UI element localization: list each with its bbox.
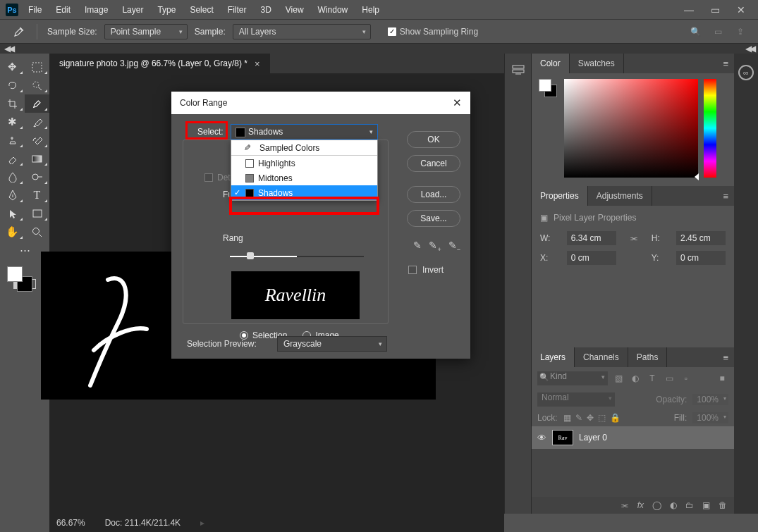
menu-image[interactable]: Image xyxy=(85,5,108,15)
search-icon[interactable]: 🔍 xyxy=(689,25,702,38)
eraser-tool[interactable] xyxy=(0,149,25,168)
delete-layer-icon[interactable]: 🗑 xyxy=(719,500,727,510)
y-input[interactable] xyxy=(676,251,726,265)
blur-tool[interactable] xyxy=(0,168,25,186)
menu-3d[interactable]: 3D xyxy=(260,5,271,15)
clone-stamp-tool[interactable] xyxy=(0,131,25,149)
layer-filter-kind[interactable]: Kind xyxy=(537,371,608,385)
filter-type-icon[interactable]: T xyxy=(646,373,659,383)
blend-mode-select[interactable]: Normal xyxy=(537,392,615,407)
hue-slider[interactable] xyxy=(704,79,716,178)
menu-filter[interactable]: Filter xyxy=(228,5,247,15)
tab-swatches[interactable]: Swatches xyxy=(570,54,624,73)
x-input[interactable] xyxy=(567,251,616,265)
window-restore-icon[interactable]: ▭ xyxy=(711,4,720,16)
tab-layers[interactable]: Layers xyxy=(532,347,575,367)
tab-paths[interactable]: Paths xyxy=(628,347,668,367)
eyedropper-sub-icon[interactable]: ✎− xyxy=(448,240,460,253)
link-layers-icon[interactable]: ⫘ xyxy=(621,500,629,510)
type-tool[interactable]: T xyxy=(25,186,49,204)
eyedropper-add-icon[interactable]: ✎+ xyxy=(429,240,441,253)
menu-help[interactable]: Help xyxy=(362,5,379,15)
sample-size-select[interactable]: Point Sample xyxy=(104,24,188,39)
cancel-button[interactable]: Cancel xyxy=(407,155,460,172)
save-button[interactable]: Save... xyxy=(407,210,460,227)
height-input[interactable] xyxy=(676,231,726,245)
eyedropper-tool[interactable] xyxy=(25,94,49,113)
color-field[interactable] xyxy=(564,79,698,178)
filter-image-icon[interactable]: ▧ xyxy=(612,373,625,383)
pen-tool[interactable] xyxy=(0,186,25,204)
tab-color[interactable]: Color xyxy=(532,54,570,73)
creative-cloud-icon[interactable]: ∞ xyxy=(738,65,754,80)
menu-layer[interactable]: Layer xyxy=(122,5,143,15)
move-tool[interactable]: ✥ xyxy=(0,58,25,76)
width-input[interactable] xyxy=(567,231,616,245)
menu-view[interactable]: View xyxy=(286,5,304,15)
menu-edit[interactable]: Edit xyxy=(56,5,71,15)
dialog-close-icon[interactable]: ✕ xyxy=(453,97,462,109)
crop-tool[interactable] xyxy=(0,94,25,113)
filter-smart-icon[interactable]: ▫ xyxy=(680,373,692,383)
collapse-left-icon[interactable]: ◀◀ xyxy=(4,44,13,54)
marquee-tool[interactable] xyxy=(25,58,49,76)
option-highlights[interactable]: Highlights xyxy=(231,156,377,171)
layer-group-icon[interactable]: 🗀 xyxy=(685,500,694,510)
menu-file[interactable]: File xyxy=(28,5,42,15)
window-minimize-icon[interactable]: — xyxy=(684,4,694,16)
option-sampled-colors[interactable]: Sampled Colors xyxy=(231,140,377,155)
status-chevron-icon[interactable]: ▸ xyxy=(200,518,204,528)
filter-toggle-icon[interactable]: ■ xyxy=(716,373,728,383)
shape-tool[interactable] xyxy=(25,204,49,223)
history-brush-tool[interactable] xyxy=(25,131,49,149)
zoom-readout[interactable]: 66.67% xyxy=(56,518,85,528)
select-dropdown[interactable]: Shadows xyxy=(231,124,378,140)
dialog-titlebar[interactable]: Color Range ✕ xyxy=(171,92,470,114)
show-sampling-ring-checkbox[interactable]: ✓ Show Sampling Ring xyxy=(388,27,478,37)
ok-button[interactable]: OK xyxy=(407,131,460,148)
new-layer-icon[interactable]: ▣ xyxy=(702,500,710,510)
doc-size-readout[interactable]: Doc: 211.4K/211.4K xyxy=(105,518,181,528)
workspace-icon[interactable]: ▭ xyxy=(711,25,724,38)
tab-channels[interactable]: Channels xyxy=(575,347,628,367)
lasso-tool[interactable] xyxy=(0,76,25,94)
healing-brush-tool[interactable]: ✱ xyxy=(0,113,25,131)
share-icon[interactable]: ⇪ xyxy=(734,25,747,38)
sample-select[interactable]: All Layers xyxy=(233,24,371,39)
range-slider[interactable] xyxy=(230,252,364,261)
brush-tool[interactable] xyxy=(25,113,49,131)
link-wh-icon[interactable]: ⫘ xyxy=(622,233,646,243)
document-tab[interactable]: signature photo 3.jpg @ 66.7% (Layer 0, … xyxy=(49,54,270,73)
quick-select-tool[interactable] xyxy=(25,76,49,94)
layer-mask-icon[interactable]: ◯ xyxy=(652,500,661,510)
adjustment-layer-icon[interactable]: ◐ xyxy=(670,500,677,510)
lock-icons[interactable]: ▦✎✥⬚🔒 xyxy=(563,413,625,423)
opacity-value[interactable]: 100% xyxy=(692,394,728,405)
history-panel-icon[interactable] xyxy=(510,62,527,79)
layer-name[interactable]: Layer 0 xyxy=(579,433,607,443)
zoom-tool[interactable] xyxy=(25,223,49,241)
invert-checkbox[interactable]: Invert xyxy=(408,265,444,275)
menu-window[interactable]: Window xyxy=(318,5,348,15)
panel-collapse-bar[interactable]: ◀◀ ◀◀ xyxy=(0,44,758,54)
load-button[interactable]: Load... xyxy=(407,186,460,203)
selection-preview-thumbnail[interactable]: Ravellin xyxy=(231,271,360,319)
panel-fgbg-swatch[interactable] xyxy=(539,79,558,99)
gradient-tool[interactable] xyxy=(25,149,49,168)
tab-close-icon[interactable]: × xyxy=(255,58,260,69)
menu-type[interactable]: Type xyxy=(157,5,176,15)
fill-value[interactable]: 100% xyxy=(692,412,728,423)
path-select-tool[interactable] xyxy=(0,204,25,223)
selection-preview-select[interactable]: Grayscale xyxy=(277,336,387,352)
tab-properties[interactable]: Properties xyxy=(532,186,588,206)
dodge-tool[interactable] xyxy=(25,168,49,186)
panel-menu-icon[interactable]: ≡ xyxy=(717,58,734,69)
eyedropper-tool-icon[interactable] xyxy=(11,24,27,39)
option-shadows[interactable]: ✓Shadows xyxy=(231,185,377,200)
panel-menu-icon[interactable]: ≡ xyxy=(717,191,734,202)
filter-adjust-icon[interactable]: ◐ xyxy=(629,373,642,383)
layer-item[interactable]: 👁 Rav Layer 0 xyxy=(532,426,734,449)
option-midtones[interactable]: Midtones xyxy=(231,171,377,185)
layer-fx-icon[interactable]: fx xyxy=(637,500,644,510)
panel-menu-icon[interactable]: ≡ xyxy=(717,352,734,363)
